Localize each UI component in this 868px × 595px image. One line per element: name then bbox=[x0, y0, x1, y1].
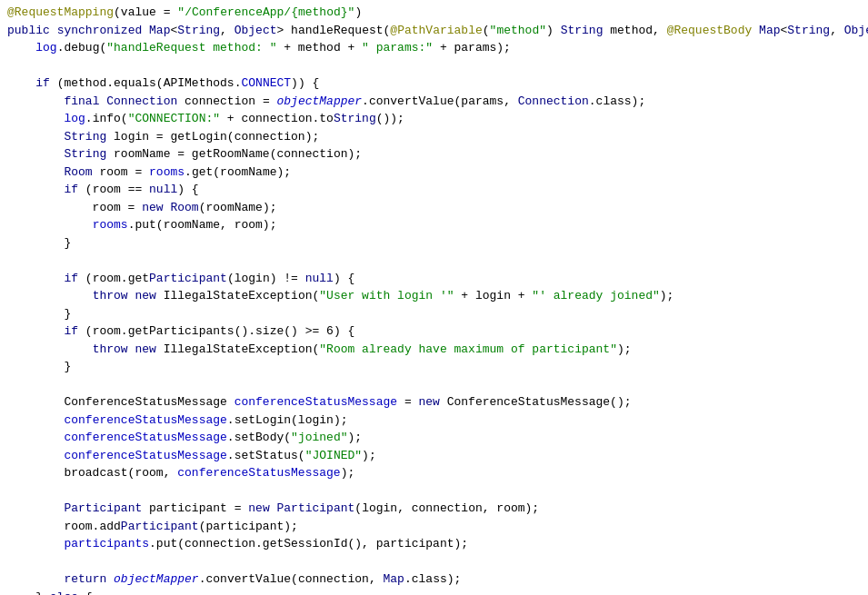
code-line: Room room = rooms.get(roomName); bbox=[0, 164, 868, 182]
code-line: if (room == null) { bbox=[0, 181, 868, 199]
code-content: Room room = rooms.get(roomName); bbox=[7, 164, 291, 182]
code-content: } bbox=[7, 358, 71, 376]
code-content: Participant participant = new Participan… bbox=[7, 500, 539, 518]
code-line: participants.put(connection.getSessionId… bbox=[0, 535, 868, 553]
code-line: throw new IllegalStateException("Room al… bbox=[0, 341, 868, 359]
code-content: } bbox=[7, 305, 71, 323]
code-content: log.debug("handleRequest method: " + met… bbox=[7, 39, 511, 57]
code-line: if (room.getParticipants().size() >= 6) … bbox=[0, 322, 868, 341]
code-content: if (room == null) { bbox=[7, 181, 199, 199]
code-line: if (method.equals(APIMethods.CONNECT)) { bbox=[0, 74, 868, 93]
code-line: String roomName = getRoomName(connection… bbox=[0, 145, 868, 164]
code-editor: @RequestMapping(value = "/ConferenceApp/… bbox=[0, 0, 868, 595]
code-line: rooms.put(roomName, room); bbox=[0, 216, 868, 234]
code-content: } bbox=[7, 234, 71, 253]
code-content: if (room.getParticipant(login) != null) … bbox=[7, 270, 354, 288]
code-content: public synchronized Map<String, Object> … bbox=[7, 22, 868, 40]
code-content: String roomName = getRoomName(connection… bbox=[7, 145, 362, 164]
code-content: conferenceStatusMessage.setLogin(login); bbox=[7, 412, 347, 430]
code-line: ConferenceStatusMessage conferenceStatus… bbox=[0, 393, 868, 412]
code-line bbox=[0, 57, 868, 75]
code-line: } bbox=[0, 358, 868, 376]
code-content: conferenceStatusMessage.setStatus("JOINE… bbox=[7, 447, 376, 465]
code-line: conferenceStatusMessage.setBody("joined"… bbox=[0, 429, 868, 447]
code-content: return objectMapper.convertValue(connect… bbox=[7, 570, 461, 589]
code-content: if (room.getParticipants().size() >= 6) … bbox=[7, 322, 354, 341]
code-content: room = new Room(roomName); bbox=[7, 199, 277, 217]
code-line: public synchronized Map<String, Object> … bbox=[0, 22, 868, 40]
code-line: Participant participant = new Participan… bbox=[0, 500, 868, 518]
code-line: throw new IllegalStateException("User wi… bbox=[0, 287, 868, 305]
code-line bbox=[0, 252, 868, 270]
code-line bbox=[0, 482, 868, 501]
code-content: throw new IllegalStateException("Room al… bbox=[7, 341, 632, 359]
code-line: String login = getLogin(connection); bbox=[0, 128, 868, 146]
code-line: log.debug("handleRequest method: " + met… bbox=[0, 39, 868, 57]
code-content: conferenceStatusMessage.setBody("joined"… bbox=[7, 429, 362, 447]
code-line: room.addParticipant(participant); bbox=[0, 518, 868, 536]
code-content: } else { bbox=[7, 589, 93, 596]
code-content: rooms.put(roomName, room); bbox=[7, 216, 276, 234]
code-line: conferenceStatusMessage.setLogin(login); bbox=[0, 412, 868, 430]
code-line: log.info("CONNECTION:" + connection.toSt… bbox=[0, 110, 868, 128]
code-content: broadcast(room, conferenceStatusMessage)… bbox=[7, 464, 354, 482]
code-line: } bbox=[0, 305, 868, 323]
code-line: conferenceStatusMessage.setStatus("JOINE… bbox=[0, 447, 868, 465]
code-content: if (method.equals(APIMethods.CONNECT)) { bbox=[7, 74, 319, 93]
code-line bbox=[0, 553, 868, 571]
code-content: participants.put(connection.getSessionId… bbox=[7, 535, 468, 553]
code-line: final Connection connection = objectMapp… bbox=[0, 93, 868, 111]
code-content: room.addParticipant(participant); bbox=[7, 518, 298, 536]
code-content: final Connection connection = objectMapp… bbox=[7, 93, 645, 111]
code-line: } bbox=[0, 234, 868, 253]
code-content: String login = getLogin(connection); bbox=[7, 128, 319, 146]
code-line: @RequestMapping(value = "/ConferenceApp/… bbox=[0, 4, 868, 22]
code-line: if (room.getParticipant(login) != null) … bbox=[0, 270, 868, 288]
code-line: return objectMapper.convertValue(connect… bbox=[0, 570, 868, 589]
code-line: broadcast(room, conferenceStatusMessage)… bbox=[0, 464, 868, 482]
code-content: log.info("CONNECTION:" + connection.toSt… bbox=[7, 110, 404, 128]
code-content: ConferenceStatusMessage conferenceStatus… bbox=[7, 393, 632, 412]
code-line bbox=[0, 376, 868, 394]
code-line: } else { bbox=[0, 589, 868, 596]
code-content: @RequestMapping(value = "/ConferenceApp/… bbox=[7, 4, 362, 22]
code-line: room = new Room(roomName); bbox=[0, 199, 868, 217]
code-content: throw new IllegalStateException("User wi… bbox=[7, 287, 673, 305]
